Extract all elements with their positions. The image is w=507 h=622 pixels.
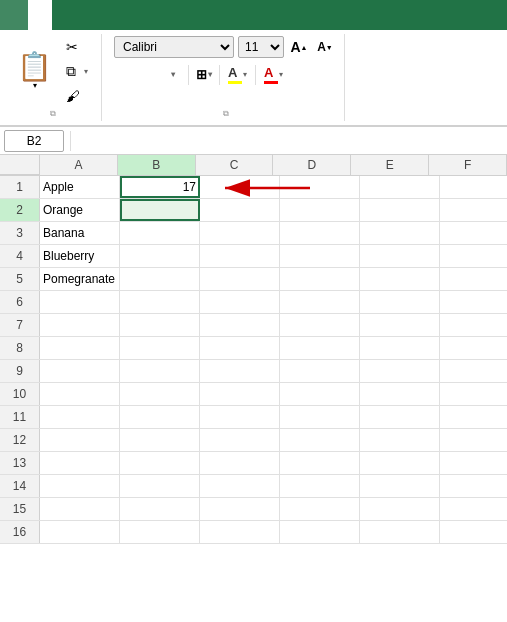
format-painter-button[interactable]: 🖌 — [61, 85, 93, 107]
cell-E15[interactable] — [360, 498, 440, 520]
cell-A7[interactable] — [40, 314, 120, 336]
cut-button[interactable]: ✂ — [61, 36, 93, 58]
font-name-select[interactable]: Calibri — [114, 36, 234, 58]
cell-C7[interactable] — [200, 314, 280, 336]
cell-B6[interactable] — [120, 291, 200, 313]
cell-A4[interactable]: Blueberry — [40, 245, 120, 267]
cell-E2[interactable] — [360, 199, 440, 221]
cell-F12[interactable] — [440, 429, 507, 451]
cell-C9[interactable] — [200, 360, 280, 382]
cell-A12[interactable] — [40, 429, 120, 451]
cell-D4[interactable] — [280, 245, 360, 267]
cell-F9[interactable] — [440, 360, 507, 382]
cell-E4[interactable] — [360, 245, 440, 267]
cell-E10[interactable] — [360, 383, 440, 405]
cell-A15[interactable] — [40, 498, 120, 520]
cell-B2[interactable] — [120, 199, 200, 221]
row-number-13[interactable]: 13 — [0, 452, 40, 474]
cell-reference-box[interactable] — [4, 130, 64, 152]
row-number-15[interactable]: 15 — [0, 498, 40, 520]
cell-E5[interactable] — [360, 268, 440, 290]
cell-C13[interactable] — [200, 452, 280, 474]
cell-C8[interactable] — [200, 337, 280, 359]
underline-button[interactable]: ▾ — [162, 64, 184, 86]
row-number-11[interactable]: 11 — [0, 406, 40, 428]
cell-D13[interactable] — [280, 452, 360, 474]
cell-E16[interactable] — [360, 521, 440, 543]
col-header-d[interactable]: D — [273, 155, 351, 175]
row-number-14[interactable]: 14 — [0, 475, 40, 497]
cell-B8[interactable] — [120, 337, 200, 359]
tab-file[interactable] — [0, 0, 28, 30]
cell-D11[interactable] — [280, 406, 360, 428]
cell-D7[interactable] — [280, 314, 360, 336]
row-number-16[interactable]: 16 — [0, 521, 40, 543]
tab-insert[interactable] — [52, 0, 76, 30]
col-header-f[interactable]: F — [429, 155, 507, 175]
cell-C16[interactable] — [200, 521, 280, 543]
cell-E8[interactable] — [360, 337, 440, 359]
cell-D5[interactable] — [280, 268, 360, 290]
cell-A11[interactable] — [40, 406, 120, 428]
font-color-dropdown-arrow[interactable]: ▾ — [279, 70, 283, 79]
cell-B3[interactable] — [120, 222, 200, 244]
cell-E14[interactable] — [360, 475, 440, 497]
cell-C1[interactable] — [200, 176, 280, 198]
underline-dropdown-arrow[interactable]: ▾ — [171, 70, 175, 79]
cell-D14[interactable] — [280, 475, 360, 497]
italic-button[interactable] — [138, 64, 160, 86]
cell-F3[interactable] — [440, 222, 507, 244]
cell-E6[interactable] — [360, 291, 440, 313]
cell-C4[interactable] — [200, 245, 280, 267]
cell-D8[interactable] — [280, 337, 360, 359]
cell-A10[interactable] — [40, 383, 120, 405]
col-header-b[interactable]: B — [118, 155, 196, 175]
paste-button[interactable]: 📋 ▾ — [10, 48, 59, 95]
cell-B12[interactable] — [120, 429, 200, 451]
font-expand-icon[interactable]: ⧉ — [223, 109, 229, 119]
bold-button[interactable] — [114, 64, 136, 86]
row-number-12[interactable]: 12 — [0, 429, 40, 451]
tab-formulas[interactable] — [100, 0, 124, 30]
col-header-a[interactable]: A — [40, 155, 118, 175]
cell-A5[interactable]: Pomegranate — [40, 268, 120, 290]
tab-home[interactable] — [28, 0, 52, 30]
border-dropdown-arrow[interactable]: ▾ — [208, 70, 212, 79]
cell-A1[interactable]: Apple — [40, 176, 120, 198]
cell-C14[interactable] — [200, 475, 280, 497]
cell-F2[interactable] — [440, 199, 507, 221]
cell-B1[interactable]: 17 — [120, 176, 200, 198]
cell-D9[interactable] — [280, 360, 360, 382]
cell-B16[interactable] — [120, 521, 200, 543]
cell-E9[interactable] — [360, 360, 440, 382]
cell-D1[interactable] — [280, 176, 360, 198]
cell-D15[interactable] — [280, 498, 360, 520]
cell-B13[interactable] — [120, 452, 200, 474]
paste-dropdown-arrow[interactable]: ▾ — [33, 81, 37, 90]
cell-B10[interactable] — [120, 383, 200, 405]
row-number-2[interactable]: 2 — [0, 199, 40, 221]
cell-F7[interactable] — [440, 314, 507, 336]
cell-B11[interactable] — [120, 406, 200, 428]
cell-E1[interactable] — [360, 176, 440, 198]
cell-E11[interactable] — [360, 406, 440, 428]
cell-C15[interactable] — [200, 498, 280, 520]
cell-A13[interactable] — [40, 452, 120, 474]
cell-B4[interactable] — [120, 245, 200, 267]
clipboard-expand-icon[interactable]: ⧉ — [50, 109, 56, 119]
col-header-c[interactable]: C — [196, 155, 274, 175]
cell-B14[interactable] — [120, 475, 200, 497]
cell-F6[interactable] — [440, 291, 507, 313]
font-color-button[interactable]: A ▾ — [260, 62, 287, 87]
cell-D16[interactable] — [280, 521, 360, 543]
cell-C11[interactable] — [200, 406, 280, 428]
cell-B5[interactable] — [120, 268, 200, 290]
cell-F4[interactable] — [440, 245, 507, 267]
cell-F14[interactable] — [440, 475, 507, 497]
cell-B7[interactable] — [120, 314, 200, 336]
cell-F8[interactable] — [440, 337, 507, 359]
cell-E3[interactable] — [360, 222, 440, 244]
border-button[interactable]: ⊞ ▾ — [193, 64, 215, 86]
cell-F10[interactable] — [440, 383, 507, 405]
col-header-e[interactable]: E — [351, 155, 429, 175]
